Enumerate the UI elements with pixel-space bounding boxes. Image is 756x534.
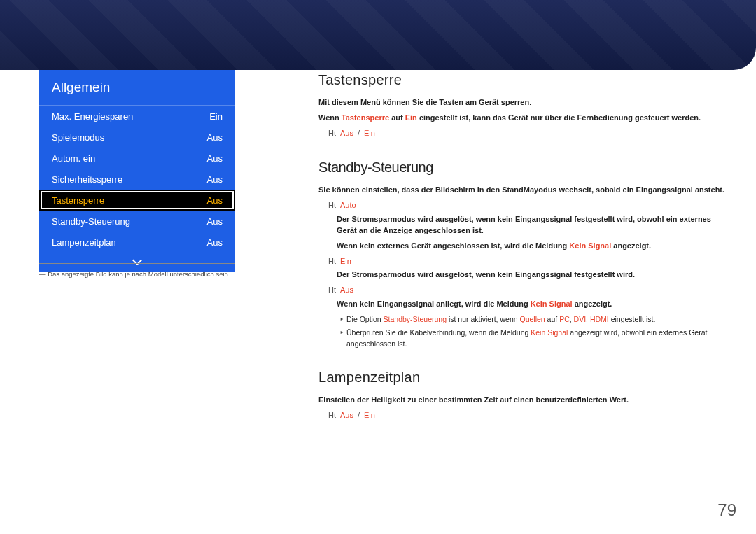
menu-item-value: Aus — [207, 195, 223, 206]
text: auf — [389, 113, 405, 122]
option-row-aus: Ht Aus — [328, 285, 731, 296]
menu-item-label: Autom. ein — [52, 153, 95, 164]
option-value: Ein — [364, 128, 375, 139]
text: Wenn kein externes Gerät angeschlossen i… — [337, 241, 553, 250]
menu-item-autom-ein[interactable]: Autom. ein Aus — [39, 148, 235, 169]
option-sep: / — [358, 128, 360, 139]
highlight: Quellen — [519, 315, 545, 323]
highlight: Ein — [405, 113, 417, 122]
menu-item-label: Sicherheitssperre — [52, 174, 122, 185]
option-value: Aus — [340, 128, 354, 139]
text: auf — [545, 315, 559, 323]
menu-item-label: Tastensperre — [52, 195, 104, 206]
text: eingestellt ist, kann das Gerät nur über… — [417, 113, 701, 122]
option-row-ein: Ht Ein — [328, 256, 731, 267]
menu-item-tastensperre[interactable]: Tastensperre Aus — [39, 190, 235, 211]
text: Überprüfen Sie die Kabelverbindung, wenn… — [346, 328, 531, 337]
settings-menu-title: Allgemein — [39, 70, 235, 106]
option-prefix: Ht — [328, 410, 336, 421]
section-standby-steuerung: Standby-Steuerung Sie können einstellen,… — [318, 157, 731, 349]
menu-item-label: Max. Energiesparen — [52, 111, 133, 122]
section-title: Lampenzeitplan — [318, 367, 731, 388]
menu-item-standby-steuerung[interactable]: Standby-Steuerung Aus — [39, 211, 235, 232]
section-intro: Sie können einstellen, dass der Bildschi… — [318, 185, 731, 196]
option-desc: Wenn kein externes Gerät angeschlossen i… — [337, 241, 731, 252]
section-notes: Die Option Standby-Steuerung ist nur akt… — [340, 314, 731, 349]
text: angezeigt. — [573, 300, 612, 308]
text: May — [524, 185, 538, 194]
highlight: Standby-Steuerung — [384, 315, 447, 323]
text: angezeigt. — [611, 241, 651, 250]
menu-item-sicherheitssperre[interactable]: Sicherheitssperre Aus — [39, 169, 235, 190]
settings-menu-card: Allgemein Max. Energiesparen Ein Spielem… — [39, 70, 235, 272]
menu-item-label: Standby-Steuerung — [52, 216, 130, 227]
note-item: Die Option Standby-Steuerung ist nur akt… — [340, 314, 731, 325]
highlight: Tastensperre — [342, 113, 389, 122]
text: Wenn — [318, 113, 342, 122]
content-area: Tastensperre Mit diesem Menü können Sie … — [318, 70, 731, 440]
highlight: Kein Signal — [531, 328, 568, 337]
section-note: Wenn Tastensperre auf Ein eingestellt is… — [318, 113, 731, 124]
text: eingestellt ist. — [609, 315, 656, 323]
section-title: Tastensperre — [318, 70, 731, 90]
menu-item-spielemodus[interactable]: Spielemodus Aus — [39, 127, 235, 148]
menu-item-value: Aus — [207, 153, 223, 164]
option-row: Ht Aus / Ein — [328, 128, 731, 139]
option-desc: Der Stromsparmodus wird ausgelöst, wenn … — [337, 269, 731, 281]
highlight: PC — [559, 315, 570, 323]
note-item: Überprüfen Sie die Kabelverbindung, wenn… — [340, 328, 731, 349]
menu-item-max-energiesparen[interactable]: Max. Energiesparen Ein — [39, 106, 235, 127]
option-desc: Der Stromsparmodus wird ausgelöst, wenn … — [337, 214, 731, 237]
section-intro: Mit diesem Menü können Sie die Tasten am… — [318, 97, 731, 108]
text: Sie können einstellen, dass der Bildschi… — [318, 185, 524, 194]
option-value: Ein — [340, 256, 351, 267]
option-value: Aus — [340, 410, 354, 421]
option-value: Aus — [340, 285, 354, 296]
option-prefix: Ht — [328, 128, 336, 139]
menu-item-value: Aus — [207, 174, 223, 185]
menu-item-value: Ein — [209, 111, 223, 122]
highlight: HDMI — [590, 315, 609, 323]
option-value: Auto — [340, 200, 356, 211]
menu-item-label: Spielemodus — [52, 132, 104, 143]
section-lampenzeitplan: Lampenzeitplan Einstellen der Helligkeit… — [318, 367, 731, 421]
option-sep: / — [358, 410, 360, 421]
menu-item-value: Aus — [207, 237, 223, 248]
highlight: DVI — [574, 315, 587, 323]
menu-scroll-down[interactable] — [39, 253, 235, 272]
page-header-band — [0, 0, 756, 70]
text: ung — [553, 241, 569, 250]
option-prefix: Ht — [328, 200, 336, 211]
menu-item-value: Aus — [207, 132, 223, 143]
menu-item-lampenzeitplan[interactable]: Lampenzeitplan Aus — [39, 232, 235, 253]
highlight: Kein Signal — [531, 300, 573, 308]
section-tastensperre: Tastensperre Mit diesem Menü können Sie … — [318, 70, 731, 139]
option-value: Ein — [364, 410, 375, 421]
menu-item-label: Lampenzeitplan — [52, 237, 116, 248]
section-title: Standby-Steuerung — [318, 157, 731, 178]
menu-item-value: Aus — [207, 216, 223, 227]
option-prefix: Ht — [328, 285, 336, 296]
text: Die Option — [346, 315, 384, 323]
option-desc: Wenn kein Eingangssignal anliegt, wird d… — [337, 299, 731, 310]
footnote-divider — [39, 263, 235, 264]
text: odus wechselt, sobald ein Eingangssignal… — [538, 185, 724, 194]
footnote-text: Das angezeigte Bild kann je nach Modell … — [39, 270, 249, 278]
section-intro: Einstellen der Helligkeit zu einer besti… — [318, 395, 731, 406]
option-row: Ht Aus / Ein — [328, 410, 731, 421]
text: ist nur aktiviert, wenn — [447, 315, 519, 323]
highlight: Kein Signal — [569, 241, 611, 250]
page-number: 79 — [718, 500, 736, 520]
option-row-auto: Ht Auto — [328, 200, 731, 211]
option-prefix: Ht — [328, 256, 336, 267]
text: Wenn kein Eingangssignal anliegt, wird d… — [337, 300, 531, 308]
